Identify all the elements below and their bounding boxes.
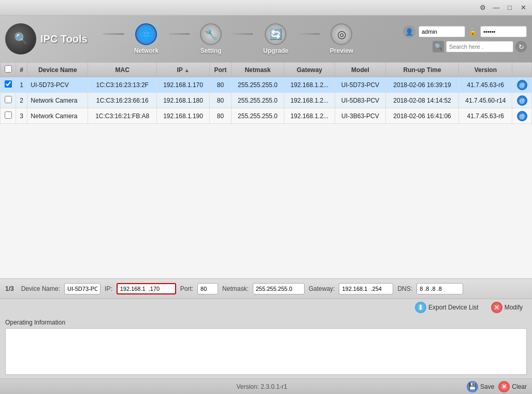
password-input[interactable] xyxy=(480,26,527,37)
search-input[interactable] xyxy=(446,41,513,52)
web-icon[interactable]: @ xyxy=(517,80,527,90)
port-field[interactable] xyxy=(197,283,218,294)
row-checkbox[interactable] xyxy=(5,96,12,103)
dns-label: DNS: xyxy=(397,285,412,292)
row-port: 80 xyxy=(210,77,232,93)
nav-bar: 🌐 Network 🔧 Setting 🔄 Upgrade ◎ Preview xyxy=(103,19,403,59)
maximize-btn[interactable]: □ xyxy=(503,2,516,13)
save-btn[interactable]: 💾 Save xyxy=(467,381,494,392)
row-web-icon-cell[interactable]: @ xyxy=(512,93,532,108)
action-bar: ⬇ Export Device List ✕ Modify xyxy=(0,299,532,316)
export-icon: ⬇ xyxy=(415,302,426,313)
row-version: 41.7.45.63-r6 xyxy=(459,77,512,93)
row-web-icon-cell[interactable]: @ xyxy=(512,77,532,93)
dns-field[interactable] xyxy=(416,283,463,294)
user-icon-btn[interactable]: 👤 xyxy=(403,25,415,38)
device-name-field[interactable] xyxy=(64,283,100,294)
row-netmask: 255.255.255.0 xyxy=(231,108,284,124)
table-body: 1 UI-5D73-PCV 1C:C3:16:23:13:2F 192.168.… xyxy=(1,77,532,124)
row-device-name: UI-5D73-PCV xyxy=(27,77,88,93)
row-mac: 1C:C3:16:21:FB:A8 xyxy=(88,108,157,124)
footer: Version: 2.3.0.1-r1 💾 Save ✕ Clear xyxy=(0,378,532,394)
setting-icon: 🔧 xyxy=(200,23,222,45)
header-right: 👤 🔒 🔍 ↻ xyxy=(403,25,532,52)
info-bar: 1/3 Device Name: IP: Port: Netmask: Gate… xyxy=(0,278,532,299)
device-name-label: Device Name: xyxy=(21,285,60,292)
device-counter: 1/3 xyxy=(5,285,14,292)
row-num: 1 xyxy=(16,77,27,93)
row-mac: 1C:C3:16:23:66:16 xyxy=(88,93,157,108)
row-num: 3 xyxy=(16,108,27,124)
col-check xyxy=(1,63,16,77)
nav-preview[interactable]: ◎ Preview xyxy=(320,19,364,59)
username-input[interactable] xyxy=(419,26,465,37)
row-ip: 192.168.1.170 xyxy=(157,77,210,93)
nav-upgrade-label: Upgrade xyxy=(263,47,289,54)
nav-network-label: Network xyxy=(134,47,159,54)
ip-field[interactable] xyxy=(117,283,176,294)
global-checkbox[interactable] xyxy=(5,65,12,73)
header: 🔍 IPC Tools 🌐 Network 🔧 Setting 🔄 Upgrad… xyxy=(0,16,532,62)
row-version: 41.7.45.60-r14 xyxy=(459,93,512,108)
nav-network[interactable]: 🌐 Network xyxy=(124,19,169,59)
row-device-name: Network Camera xyxy=(27,108,88,124)
row-gateway: 192.168.1.2... xyxy=(284,77,335,93)
row-gateway: 192.168.1.2... xyxy=(284,108,335,124)
main-content: # Device Name MAC IP ▲ Port Netmask Gate… xyxy=(0,62,532,378)
col-num: # xyxy=(16,63,27,77)
refresh-btn[interactable]: ↻ xyxy=(515,41,527,52)
row-mac: 1C:C3:16:23:13:2F xyxy=(88,77,157,93)
export-label: Export Device List xyxy=(428,304,479,311)
table-row[interactable]: 3 Network Camera 1C:C3:16:21:FB:A8 192.1… xyxy=(1,108,532,124)
table-row[interactable]: 1 UI-5D73-PCV 1C:C3:16:23:13:2F 192.168.… xyxy=(1,77,532,93)
operating-info-textarea[interactable] xyxy=(5,328,527,375)
export-btn[interactable]: ⬇ Export Device List xyxy=(411,301,483,314)
row-netmask: 255.255.255.0 xyxy=(231,93,284,108)
clear-btn[interactable]: ✕ Clear xyxy=(498,381,527,392)
table-row[interactable]: 2 Network Camera 1C:C3:16:23:66:16 192.1… xyxy=(1,93,532,108)
row-ip: 192.168.1.190 xyxy=(157,108,210,124)
lock-icon: 🔒 xyxy=(468,27,477,36)
gateway-label: Gateway: xyxy=(309,285,335,292)
row-check-cell[interactable] xyxy=(1,108,16,124)
search-btn[interactable]: 🔍 xyxy=(433,41,444,52)
modify-icon: ✕ xyxy=(491,302,502,313)
row-checkbox[interactable] xyxy=(5,80,12,88)
settings-title-btn[interactable]: ⚙ xyxy=(476,2,490,13)
row-model: UI-3B63-PCV xyxy=(335,108,385,124)
netmask-field[interactable] xyxy=(253,283,305,294)
port-label: Port: xyxy=(180,285,193,292)
row-web-icon-cell[interactable]: @ xyxy=(512,108,532,124)
web-icon[interactable]: @ xyxy=(517,111,527,121)
col-ip[interactable]: IP ▲ xyxy=(157,63,210,77)
col-model: Model xyxy=(335,63,385,77)
title-bar: ⚙ — □ ✕ xyxy=(0,0,532,16)
row-model: UI-5D73-PCV xyxy=(335,77,385,93)
row-netmask: 255.255.255.0 xyxy=(231,77,284,93)
close-btn[interactable]: ✕ xyxy=(516,2,530,13)
web-icon[interactable]: @ xyxy=(517,95,527,106)
nav-upgrade[interactable]: 🔄 Upgrade xyxy=(253,19,299,59)
row-checkbox[interactable] xyxy=(5,111,12,119)
row-check-cell[interactable] xyxy=(1,77,16,93)
row-port: 80 xyxy=(210,93,232,108)
operating-info-section: Operating Information xyxy=(0,316,532,378)
nav-setting[interactable]: 🔧 Setting xyxy=(190,19,232,59)
col-device-name[interactable]: Device Name xyxy=(27,63,88,77)
minimize-btn[interactable]: — xyxy=(490,2,503,13)
modify-btn[interactable]: ✕ Modify xyxy=(487,301,527,314)
row-check-cell[interactable] xyxy=(1,93,16,108)
upgrade-icon: 🔄 xyxy=(265,23,286,45)
row-port: 80 xyxy=(210,108,232,124)
logo-area: 🔍 IPC Tools xyxy=(0,23,88,54)
device-table-container: # Device Name MAC IP ▲ Port Netmask Gate… xyxy=(0,62,532,278)
row-num: 2 xyxy=(16,93,27,108)
ip-label: IP: xyxy=(105,285,112,292)
col-web xyxy=(512,63,532,77)
version-text: Version: 2.3.0.1-r1 xyxy=(57,383,467,390)
nav-setting-label: Setting xyxy=(200,47,222,54)
logo-icon: 🔍 xyxy=(5,23,36,54)
netmask-label: Netmask: xyxy=(222,285,249,292)
gateway-field[interactable] xyxy=(339,283,393,294)
nav-preview-label: Preview xyxy=(330,47,353,54)
